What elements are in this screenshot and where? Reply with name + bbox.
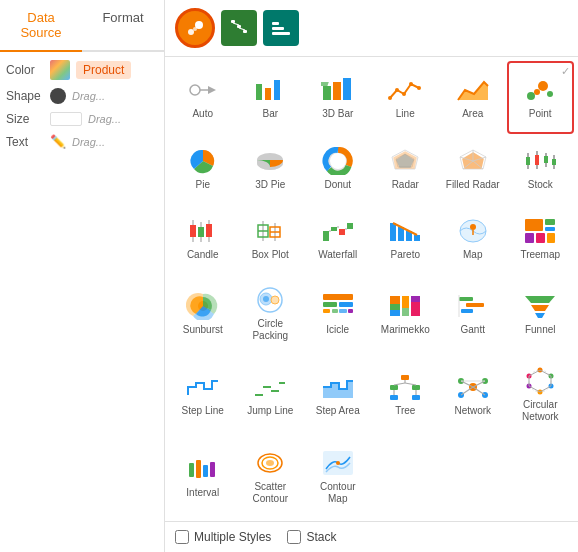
shape-drag-hint[interactable]: Drag... bbox=[72, 90, 105, 102]
chart-item-contour-map[interactable]: Contour Map bbox=[304, 436, 372, 517]
hierarchy-icon bbox=[229, 19, 249, 37]
chart-item-funnel[interactable]: Funnel bbox=[507, 273, 575, 354]
chart-item-auto[interactable]: Auto bbox=[169, 61, 237, 134]
svg-rect-83 bbox=[536, 233, 545, 243]
svg-rect-92 bbox=[339, 302, 353, 307]
svg-rect-18 bbox=[321, 82, 329, 86]
multiple-styles-input[interactable] bbox=[175, 530, 189, 544]
svg-rect-75 bbox=[414, 235, 420, 241]
svg-point-22 bbox=[395, 88, 399, 92]
chart-type-btn-hierarchy[interactable] bbox=[221, 10, 257, 46]
svg-rect-120 bbox=[412, 395, 420, 400]
chart-item-circular-network[interactable]: Circular Network bbox=[507, 354, 575, 435]
filled-radar-icon bbox=[455, 146, 491, 176]
bottom-bar: Multiple Styles Stack bbox=[165, 521, 578, 552]
chart-item-box-plot[interactable]: Box Plot bbox=[237, 204, 305, 273]
multiple-styles-checkbox[interactable]: Multiple Styles bbox=[175, 530, 271, 544]
svg-rect-10 bbox=[272, 22, 279, 25]
chart-item-candle[interactable]: Candle bbox=[169, 204, 237, 273]
chart-item-point[interactable]: ✓ Point bbox=[507, 61, 575, 134]
chart-item-interval[interactable]: Interval bbox=[169, 436, 237, 517]
pie-label: Pie bbox=[196, 179, 210, 191]
svg-marker-109 bbox=[531, 305, 549, 311]
chart-item-icicle[interactable]: Icicle bbox=[304, 273, 372, 354]
svg-rect-72 bbox=[390, 223, 396, 241]
selected-checkmark: ✓ bbox=[561, 65, 570, 78]
svg-rect-101 bbox=[402, 308, 409, 316]
marimekko-icon bbox=[387, 291, 423, 321]
chart-item-area[interactable]: Area bbox=[439, 61, 507, 134]
svg-rect-91 bbox=[323, 302, 337, 307]
point-icon bbox=[522, 75, 558, 105]
tab-format[interactable]: Format bbox=[82, 0, 164, 50]
svg-rect-20 bbox=[343, 78, 351, 100]
stack-checkbox[interactable]: Stack bbox=[287, 530, 336, 544]
candle-label: Candle bbox=[187, 249, 219, 261]
svg-rect-58 bbox=[206, 224, 212, 237]
scatter-contour-label: Scatter Contour bbox=[252, 481, 288, 505]
pareto-icon bbox=[387, 216, 423, 246]
chart-item-pie[interactable]: Pie bbox=[169, 134, 237, 203]
tab-data-source[interactable]: Data Source bbox=[0, 0, 82, 52]
svg-marker-26 bbox=[458, 82, 488, 100]
jump-line-label: Jump Line bbox=[247, 405, 293, 417]
point-label: Point bbox=[529, 108, 552, 120]
chart-item-bar[interactable]: Bar bbox=[237, 61, 305, 134]
waterfall-label: Waterfall bbox=[318, 249, 357, 261]
svg-point-88 bbox=[271, 296, 279, 304]
chart-item-donut[interactable]: Donut bbox=[304, 134, 372, 203]
chart-item-line[interactable]: Line bbox=[372, 61, 440, 134]
color-value[interactable]: Product bbox=[76, 61, 131, 79]
chart-item-tree[interactable]: Tree bbox=[372, 354, 440, 435]
svg-rect-9 bbox=[272, 27, 284, 30]
chart-item-pie3d[interactable]: 3D Pie bbox=[237, 134, 305, 203]
pie3d-label: 3D Pie bbox=[255, 179, 285, 191]
main-container: Data Source Format Color Product Shape D… bbox=[0, 0, 578, 552]
chart-item-stock[interactable]: Stock bbox=[507, 134, 575, 203]
chart-type-btn-scatter[interactable] bbox=[175, 8, 215, 48]
chart-item-treemap[interactable]: Treemap bbox=[507, 204, 575, 273]
chart-item-step-area[interactable]: Step Area bbox=[304, 354, 372, 435]
chart-item-step-line[interactable]: Step Line bbox=[169, 354, 237, 435]
chart-item-radar[interactable]: Radar bbox=[372, 134, 440, 203]
svg-rect-119 bbox=[390, 395, 398, 400]
svg-point-21 bbox=[388, 96, 392, 100]
interval-label: Interval bbox=[186, 487, 219, 499]
multiple-styles-label: Multiple Styles bbox=[194, 530, 271, 544]
svg-rect-98 bbox=[390, 304, 400, 310]
svg-rect-16 bbox=[274, 80, 280, 100]
chart-item-jump-line[interactable]: Jump Line bbox=[237, 354, 305, 435]
chart-item-scatter-contour[interactable]: Scatter Contour bbox=[237, 436, 305, 517]
svg-rect-93 bbox=[323, 309, 330, 313]
icicle-label: Icicle bbox=[326, 324, 349, 336]
chart-item-pareto[interactable]: Pareto bbox=[372, 204, 440, 273]
chart-type-btn-sort[interactable] bbox=[263, 10, 299, 46]
contour-map-label: Contour Map bbox=[320, 481, 356, 505]
tree-icon bbox=[387, 372, 423, 402]
size-drag-hint[interactable]: Drag... bbox=[88, 113, 121, 125]
chart-item-waterfall[interactable]: Waterfall bbox=[304, 204, 372, 273]
donut-icon bbox=[320, 146, 356, 176]
line-icon bbox=[387, 75, 423, 105]
svg-rect-80 bbox=[545, 219, 555, 225]
text-drag-hint[interactable]: Drag... bbox=[72, 136, 105, 148]
svg-rect-8 bbox=[272, 32, 290, 35]
svg-line-134 bbox=[473, 387, 485, 395]
chart-item-marimekko[interactable]: Marimekko bbox=[372, 273, 440, 354]
chart-item-network[interactable]: Network bbox=[439, 354, 507, 435]
bar-label: Bar bbox=[262, 108, 278, 120]
stack-input[interactable] bbox=[287, 530, 301, 544]
map-label: Map bbox=[463, 249, 482, 261]
svg-point-155 bbox=[266, 460, 274, 466]
scatter-icon bbox=[185, 18, 205, 38]
step-area-icon bbox=[320, 372, 356, 402]
chart-item-sunburst[interactable]: Sunburst bbox=[169, 273, 237, 354]
chart-item-gantt[interactable]: Gantt bbox=[439, 273, 507, 354]
chart-item-map[interactable]: Map bbox=[439, 204, 507, 273]
chart-item-circle-packing[interactable]: Circle Packing bbox=[237, 273, 305, 354]
svg-line-143 bbox=[540, 370, 551, 376]
chart-item-bar3d[interactable]: 3D Bar bbox=[304, 61, 372, 134]
field-row-size: Size Drag... bbox=[6, 112, 158, 126]
chart-item-filled-radar[interactable]: Filled Radar bbox=[439, 134, 507, 203]
step-line-label: Step Line bbox=[182, 405, 224, 417]
